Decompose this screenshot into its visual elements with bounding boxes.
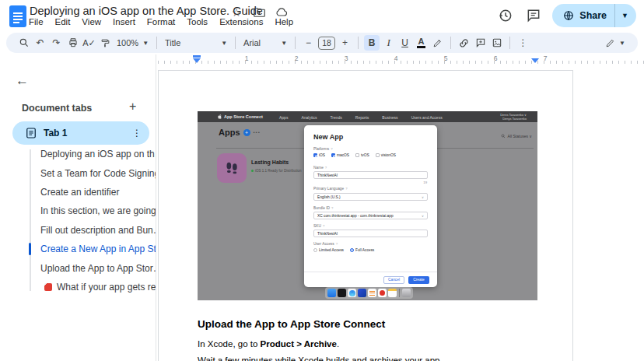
- left-indent-marker[interactable]: [193, 55, 201, 63]
- sku-label: SKU?: [313, 224, 324, 228]
- asc-nav-analytics: Analytics: [301, 115, 317, 120]
- chevron-down-icon: ▼: [281, 40, 287, 47]
- font-select[interactable]: Arial ▼: [241, 35, 289, 51]
- document-tabs-sidebar: ← Document tabs + Tab 1 ⋮ Deploying an i…: [0, 53, 156, 361]
- menu-tools[interactable]: Tools: [187, 17, 208, 26]
- ruler-number: 5: [444, 54, 448, 62]
- header: Deploying an iOS app on the App Store. G…: [0, 0, 644, 33]
- menu-format[interactable]: Format: [147, 17, 175, 26]
- checkbox-checked-icon: [313, 153, 317, 157]
- menu-extensions[interactable]: Extensions: [219, 17, 263, 26]
- add-tab-button[interactable]: +: [129, 100, 136, 114]
- toolbar-divider: [156, 37, 157, 49]
- increase-font-size-button[interactable]: +: [338, 35, 352, 51]
- outline-item[interactable]: Fill out description and Bun…: [0, 221, 156, 240]
- share-button[interactable]: Share: [552, 4, 614, 27]
- add-comment-button[interactable]: [473, 35, 488, 51]
- paragraph-text: .: [337, 339, 339, 349]
- paragraph-text: In Xcode, go to: [198, 339, 261, 349]
- pencil-icon: [605, 38, 615, 48]
- google-docs-logo[interactable]: [9, 5, 26, 27]
- outline-item-active[interactable]: Create a New App in App St…: [0, 240, 156, 258]
- outline-item[interactable]: Create an identifier: [0, 183, 156, 202]
- asc-user-team: Denys Tarasenko: [500, 117, 527, 121]
- spellcheck-button[interactable]: A✓: [82, 35, 96, 51]
- share-button-group: Share ▼: [552, 4, 636, 27]
- outline-item[interactable]: Set a Team for Code Signing: [0, 163, 156, 182]
- asc-app-status: iOS 1.1 Ready for Distribution: [251, 169, 302, 173]
- bold-button[interactable]: B: [364, 35, 380, 51]
- lasting-habits-app-icon: [217, 153, 247, 183]
- asc-nav-users-access: Users and Access: [411, 115, 443, 120]
- radio-icon: [313, 248, 317, 252]
- underline-button[interactable]: U: [397, 35, 412, 51]
- menu-view[interactable]: View: [82, 17, 101, 26]
- paint-format-button[interactable]: [98, 35, 113, 51]
- outline-item[interactable]: Deploying an iOS app on th…: [0, 145, 156, 163]
- print-button[interactable]: [65, 35, 80, 51]
- menu-insert[interactable]: Insert: [113, 17, 135, 26]
- tab-options-button[interactable]: ⋮: [132, 128, 142, 138]
- insert-image-button[interactable]: [489, 35, 504, 51]
- insert-link-button[interactable]: [457, 35, 471, 51]
- text-color-button[interactable]: A: [414, 35, 429, 51]
- toolbar-divider: [509, 37, 510, 49]
- embedded-screenshot-image[interactable]: App Store Connect Apps Analytics Trends …: [198, 111, 537, 300]
- text-color-swatch: [417, 46, 425, 48]
- document-title[interactable]: Deploying an iOS app on the App Store. G…: [30, 5, 263, 17]
- sidebar-heading: Document tabs: [22, 103, 92, 114]
- close-sidebar-button[interactable]: ←: [16, 73, 29, 89]
- italic-button[interactable]: I: [381, 35, 396, 51]
- user-access-label: User Access?: [313, 242, 338, 246]
- highlight-color-button[interactable]: [430, 35, 445, 51]
- outline-item[interactable]: Upload the App to App Stor…: [0, 258, 156, 277]
- version-history-icon[interactable]: [496, 6, 515, 25]
- right-indent-marker[interactable]: [531, 58, 539, 63]
- decrease-font-size-button[interactable]: −: [301, 35, 316, 51]
- asc-nav-apps: Apps: [279, 115, 288, 120]
- help-icon: ?: [325, 166, 327, 170]
- paragraph: Wait a few minutes while Xcode builds an…: [198, 356, 440, 361]
- chevron-down-icon: ▼: [619, 40, 625, 47]
- menu-help[interactable]: Help: [275, 17, 293, 26]
- ruler-number: 2: [295, 54, 299, 62]
- modal-footer: Cancel Create: [304, 272, 437, 287]
- full-access-radio: Full Access: [350, 248, 374, 252]
- search-icon: [501, 134, 506, 138]
- redo-button[interactable]: ↷: [49, 35, 64, 51]
- bundle-id-select: XC com.thinknestai.app - com.thinknestai…: [313, 212, 428, 219]
- tab-1[interactable]: Tab 1 ⋮: [12, 121, 149, 145]
- menu-file[interactable]: File: [29, 17, 44, 26]
- comments-icon[interactable]: [524, 6, 543, 25]
- chevron-down-icon: ∨: [422, 214, 424, 218]
- outline-item[interactable]: In this section, we are going…: [0, 202, 156, 220]
- more-options-button[interactable]: ⋮: [516, 35, 530, 51]
- undo-button[interactable]: ↶: [33, 35, 47, 51]
- share-access-globe-icon: [563, 10, 574, 21]
- font-size-input[interactable]: 18: [318, 37, 335, 50]
- menu-edit[interactable]: Edit: [55, 17, 71, 26]
- asc-navbar: App Store Connect Apps Analytics Trends …: [198, 111, 537, 122]
- bundle-id-label: Bundle ID?: [313, 206, 333, 210]
- footprints-icon: [223, 159, 240, 177]
- asc-nav-business: Business: [382, 115, 397, 120]
- share-button-label: Share: [579, 10, 607, 21]
- paragraph-style-select[interactable]: Title ▼: [163, 35, 229, 51]
- editing-mode-select[interactable]: ▼: [603, 35, 628, 51]
- macos-dock: [325, 287, 413, 299]
- share-dropdown-button[interactable]: ▼: [615, 4, 636, 27]
- red-alert-emoji-icon: [44, 283, 52, 291]
- dock-safari-icon: [348, 289, 356, 297]
- outline-item[interactable]: What if your app gets re…: [0, 278, 156, 296]
- ruler-number: 3: [345, 54, 348, 62]
- help-icon: ?: [331, 147, 332, 151]
- chevron-down-icon: ▼: [142, 40, 149, 47]
- search-menus-button[interactable]: [16, 35, 31, 51]
- platforms-row: iOS macOS tvOS visionOS: [313, 153, 396, 157]
- document-page[interactable]: App Store Connect Apps Analytics Trends …: [158, 70, 573, 361]
- primary-language-select: English (U.S.) ∨: [313, 193, 428, 201]
- zoom-select[interactable]: 100% ▼: [114, 35, 151, 51]
- asc-nav-trends: Trends: [330, 115, 341, 120]
- modal-title: New App: [313, 133, 343, 141]
- first-line-indent-marker[interactable]: [193, 55, 201, 58]
